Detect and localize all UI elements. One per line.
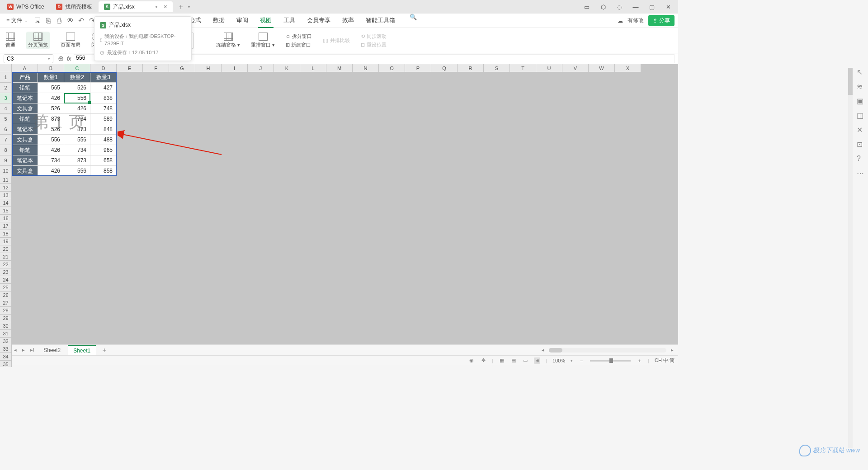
cube-icon[interactable]: ⬡ — [599, 2, 608, 11]
row-header-28[interactable]: 28 — [0, 307, 12, 315]
tab-review[interactable]: 审阅 — [235, 14, 250, 28]
sheet-tab-sheet2[interactable]: Sheet2 — [38, 346, 66, 355]
minimize-button[interactable]: — — [631, 2, 640, 11]
print-preview-icon[interactable]: 👁 — [66, 17, 74, 24]
file-menu-button[interactable]: ≡ 文件 ⌄ — [4, 15, 30, 26]
row-header-12[interactable]: 12 — [0, 184, 12, 192]
row-header-22[interactable]: 22 — [0, 261, 12, 268]
row-header-6[interactable]: 6 — [0, 124, 12, 135]
name-box[interactable]: C3 ▾ — [4, 54, 53, 63]
data-cell[interactable]: 文具盒 — [12, 103, 38, 114]
view-preview-icon[interactable]: ⊞ — [534, 357, 540, 364]
header-cell[interactable]: 数量2 — [64, 72, 90, 83]
data-cell[interactable]: 658 — [90, 155, 117, 166]
close-tab-icon[interactable]: × — [164, 3, 167, 10]
sheet-nav-last[interactable]: ▸I — [28, 347, 36, 353]
data-cell[interactable]: 铅笔 — [12, 145, 38, 155]
column-header-P[interactable]: P — [405, 64, 431, 72]
column-header-L[interactable]: L — [300, 64, 326, 72]
app-tab-template[interactable]: D 找稻壳模板 — [51, 1, 98, 12]
data-cell[interactable]: 556 — [64, 135, 90, 145]
data-cell[interactable]: 426 — [64, 103, 90, 114]
row-header-3[interactable]: 3 — [0, 93, 12, 103]
new-window-button[interactable]: ⊞ 新建窗口 — [286, 42, 312, 48]
column-header-Q[interactable]: Q — [431, 64, 458, 72]
search-icon[interactable]: 🔍 — [410, 14, 417, 21]
row-header-31[interactable]: 31 — [0, 330, 12, 338]
save-icon[interactable]: 🖫 — [34, 17, 41, 24]
data-cell[interactable]: 965 — [90, 145, 117, 155]
row-header-33[interactable]: 33 — [0, 345, 12, 353]
row-header-11[interactable]: 11 — [0, 176, 12, 184]
zoom-slider[interactable] — [590, 360, 631, 362]
sheet-nav-next[interactable]: ▸ — [20, 347, 27, 353]
tab-tools[interactable]: 工具 — [282, 14, 297, 28]
data-cell[interactable]: 565 — [38, 83, 64, 93]
horizontal-scrollbar[interactable] — [549, 348, 666, 352]
tab-efficiency[interactable]: 效率 — [340, 14, 356, 28]
column-header-O[interactable]: O — [379, 64, 405, 72]
undo-icon[interactable]: ↶ — [77, 17, 85, 24]
data-cell[interactable]: 589 — [90, 114, 117, 124]
data-cell[interactable]: 848 — [90, 124, 117, 135]
header-cell[interactable]: 数量1 — [38, 72, 64, 83]
row-header-14[interactable]: 14 — [0, 199, 12, 207]
data-cell[interactable]: 526 — [38, 103, 64, 114]
data-cell[interactable]: 426 — [38, 145, 64, 155]
row-header-29[interactable]: 29 — [0, 315, 12, 322]
data-cell[interactable]: 873 — [64, 124, 90, 135]
column-header-A[interactable]: A — [12, 64, 38, 72]
tab-member[interactable]: 会员专享 — [305, 14, 332, 28]
add-tab-button[interactable]: ＋ — [174, 2, 188, 12]
view-normal-button[interactable]: 普通 — [5, 33, 15, 48]
row-header-18[interactable]: 18 — [0, 230, 12, 238]
data-cell[interactable]: 526 — [64, 83, 90, 93]
close-window-button[interactable]: ✕ — [664, 2, 673, 11]
column-header-N[interactable]: N — [353, 64, 379, 72]
export-icon[interactable]: ⎘ — [45, 17, 52, 24]
column-header-F[interactable]: F — [143, 64, 169, 72]
expand-fx-icon[interactable]: ⊕ — [57, 55, 64, 62]
column-header-D[interactable]: D — [90, 64, 117, 72]
row-header-32[interactable]: 32 — [0, 338, 12, 345]
sheet-nav-prev[interactable]: ◂ — [12, 347, 19, 353]
row-header-17[interactable]: 17 — [0, 222, 12, 230]
data-cell[interactable]: 734 — [64, 114, 90, 124]
data-cell[interactable]: 556 — [64, 166, 90, 176]
data-cell[interactable]: 笔记本 — [12, 124, 38, 135]
row-header-21[interactable]: 21 — [0, 253, 12, 261]
row-header-10[interactable]: 10 — [0, 166, 12, 176]
eye-icon[interactable]: ◉ — [468, 357, 475, 364]
column-header-W[interactable]: W — [589, 64, 615, 72]
hscroll-right[interactable]: ▸ — [669, 347, 675, 353]
tab-data[interactable]: 数据 — [211, 14, 226, 28]
column-header-C[interactable]: C — [64, 64, 90, 72]
freeze-panes-button[interactable]: 冻结窗格 ▾ — [216, 33, 240, 48]
view-page-layout-button[interactable]: 页面布局 — [61, 33, 80, 48]
row-header-34[interactable]: 34 — [0, 353, 12, 361]
tab-smart[interactable]: 智能工具箱 — [364, 14, 397, 28]
column-header-X[interactable]: X — [615, 64, 641, 72]
row-header-15[interactable]: 15 — [0, 207, 12, 215]
zoom-out-button[interactable]: − — [578, 357, 585, 364]
print-icon[interactable]: ⎙ — [56, 17, 63, 24]
row-header-2[interactable]: 2 — [0, 83, 12, 93]
data-cell[interactable]: 556 — [64, 93, 90, 103]
share-button[interactable]: ⇪ 分享 — [648, 15, 675, 26]
row-header-9[interactable]: 9 — [0, 155, 12, 166]
view-page-preview-button[interactable]: 分页预览 — [26, 32, 50, 49]
tab-view[interactable]: 视图 — [258, 14, 274, 28]
row-header-24[interactable]: 24 — [0, 276, 12, 284]
app-tab-file[interactable]: S 产品.xlsx × — [99, 1, 173, 12]
split-window-button[interactable]: ⫏ 拆分窗口 — [286, 33, 312, 40]
select-all-corner[interactable] — [0, 64, 12, 72]
row-header-20[interactable]: 20 — [0, 245, 12, 253]
row-header-4[interactable]: 4 — [0, 103, 12, 114]
fx-icon[interactable]: fx — [67, 56, 71, 62]
zoom-in-button[interactable]: + — [636, 357, 642, 364]
column-header-U[interactable]: U — [536, 64, 562, 72]
hscroll-left[interactable]: ◂ — [540, 347, 546, 353]
data-cell[interactable]: 文具盒 — [12, 135, 38, 145]
arrange-windows-button[interactable]: 重排窗口 ▾ — [251, 33, 275, 48]
column-header-E[interactable]: E — [117, 64, 143, 72]
